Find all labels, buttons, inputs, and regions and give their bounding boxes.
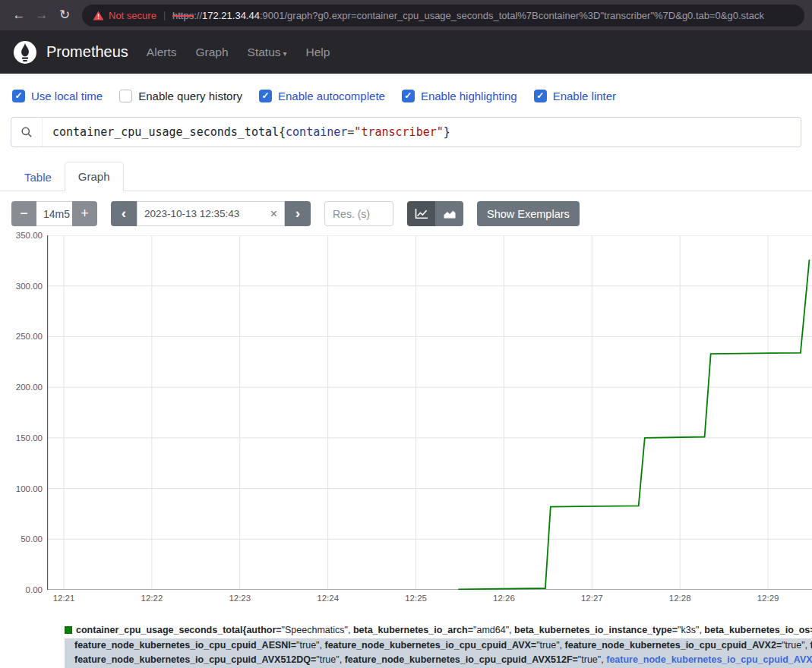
option-enable-query-history[interactable]: Enable query history	[119, 90, 242, 102]
legend: container_cpu_usage_seconds_total{author…	[65, 623, 812, 668]
options-bar: ✓Use local timeEnable query history✓Enab…	[0, 74, 812, 102]
tab-table[interactable]: Table	[11, 163, 65, 191]
x-tick-label: 12:22	[141, 594, 163, 603]
datetime-value: 2023-10-13 12:35:43	[144, 208, 270, 219]
datetime-next-button[interactable]: ›	[285, 201, 311, 226]
option-enable-autocomplete[interactable]: ✓Enable autocomplete	[259, 90, 385, 102]
query-token: container	[286, 125, 347, 139]
legend-line[interactable]: feature_node_kubernetes_io_cpu_cpuid_AES…	[65, 638, 812, 654]
query-prepend	[11, 118, 43, 147]
checkbox-checked-icon[interactable]: ✓	[259, 90, 272, 102]
x-tick-label: 12:27	[581, 594, 603, 603]
cpu-usage-chart[interactable]	[47, 235, 812, 590]
url-divider: |	[163, 10, 166, 20]
nav-item-status[interactable]: Status▾	[248, 46, 287, 59]
legend-line[interactable]: container_cpu_usage_seconds_total{author…	[65, 623, 812, 638]
checkbox-checked-icon[interactable]: ✓	[402, 90, 415, 102]
option-enable-highlighting[interactable]: ✓Enable highlighting	[402, 90, 517, 102]
legend-token: "true",	[578, 654, 606, 665]
option-use-local-time[interactable]: ✓Use local time	[12, 90, 103, 102]
url-separator: ://	[194, 10, 202, 21]
y-tick-label: 150.00	[0, 433, 43, 443]
legend-token: container_cpu_usage_seconds_total{author…	[76, 625, 282, 635]
legend-token: beta_kubernetes_io_os=	[704, 625, 812, 635]
nav-item-graph[interactable]: Graph	[195, 46, 228, 59]
legend-token: feature_node_kubernetes_io_cpu_cpuid_AVX…	[74, 654, 316, 665]
option-label: Use local time	[31, 90, 103, 102]
datetime-controls: ‹ 2023-10-13 12:35:43 × ›	[111, 201, 311, 226]
brand-title[interactable]: Prometheus	[46, 43, 128, 61]
x-tick-label: 12:21	[53, 594, 75, 603]
option-enable-linter[interactable]: ✓Enable linter	[534, 90, 616, 102]
legend-token: beta_kubernetes_io_arch=	[353, 625, 473, 635]
duration-increase-button[interactable]: +	[72, 201, 97, 226]
datetime-input[interactable]: 2023-10-13 12:35:43 ×	[137, 201, 285, 226]
browser-forward-button[interactable]: →	[30, 4, 53, 27]
browser-back-button[interactable]: ←	[8, 4, 30, 27]
warning-icon	[93, 11, 104, 20]
legend-token: beta_kubernetes_io_instance_type=	[514, 625, 678, 635]
nav-item-help[interactable]: Help	[306, 46, 330, 59]
query-token: =	[347, 125, 354, 139]
line-chart-toggle[interactable]	[407, 201, 435, 226]
prometheus-navbar: Prometheus AlertsGraphStatus▾Help	[0, 30, 812, 74]
option-label: Enable linter	[553, 90, 616, 102]
checkbox-unchecked-icon[interactable]	[119, 90, 132, 102]
series-swatch[interactable]	[65, 626, 72, 634]
duration-controls: − +	[11, 201, 97, 226]
query-token: {	[279, 125, 286, 139]
search-icon	[21, 126, 33, 138]
legend-token: "true",	[316, 654, 344, 665]
datetime-prev-button[interactable]: ‹	[111, 201, 137, 226]
option-label: Enable highlighting	[421, 90, 517, 102]
prometheus-logo-icon[interactable]	[13, 40, 37, 65]
legend-line[interactable]: feature_node_kubernetes_io_cpu_cpuid_AVX…	[65, 653, 812, 668]
query-input[interactable]: container_cpu_usage_seconds_total{contai…	[43, 118, 801, 147]
option-label: Enable query history	[138, 90, 242, 102]
checkbox-checked-icon[interactable]: ✓	[12, 90, 25, 102]
nav-item-alerts[interactable]: Alerts	[147, 46, 177, 59]
x-tick-label: 12:25	[405, 594, 427, 603]
y-tick-label: 0.00	[0, 585, 43, 594]
y-tick-label: 300.00	[0, 282, 43, 291]
duration-decrease-button[interactable]: −	[11, 201, 36, 226]
x-tick-label: 12:26	[493, 594, 515, 603]
line-chart-icon	[415, 208, 428, 219]
y-tick-label: 250.00	[0, 332, 43, 341]
query-token: "transcriber"	[354, 125, 443, 139]
browser-toolbar: ← → ↻ Not secure | https://172.21.34.44:…	[0, 0, 812, 30]
legend-token: "amd64",	[473, 625, 514, 635]
query-token: container_cpu_usage_seconds_total	[52, 125, 279, 139]
graph-controls: − + ‹ 2023-10-13 12:35:43 × › Show Exemp…	[11, 201, 812, 226]
chevron-down-icon: ▾	[283, 49, 287, 58]
x-tick-label: 12:24	[317, 594, 339, 603]
legend-token: feature_node_kubernetes_io_cpu_cpuid_AVX…	[565, 640, 782, 651]
legend-token: "true",	[782, 640, 810, 651]
tabs-row: TableGraph	[0, 162, 812, 191]
option-label: Enable autocomplete	[278, 90, 385, 102]
resolution-input[interactable]	[324, 201, 393, 226]
legend-token: "Speechmatics",	[282, 625, 353, 635]
url-text: https://172.21.34.44:9001/graph?g0.expr=…	[172, 10, 764, 21]
browser-reload-button[interactable]: ↻	[53, 4, 76, 27]
stacked-chart-toggle[interactable]	[435, 201, 463, 226]
y-tick-label: 50.00	[0, 534, 43, 544]
checkbox-checked-icon[interactable]: ✓	[534, 90, 547, 102]
y-tick-label: 100.00	[0, 484, 43, 493]
tab-graph[interactable]: Graph	[65, 162, 124, 191]
query-token: }	[444, 125, 450, 139]
y-tick-label: 200.00	[0, 383, 43, 392]
query-bar: container_cpu_usage_seconds_total{contai…	[11, 117, 801, 147]
url-scheme: https	[172, 10, 194, 21]
address-bar[interactable]: Not secure | https://172.21.34.44:9001/g…	[82, 5, 804, 27]
legend-token: feature_node_kubernetes_io_cpu_cpuid_AVX…	[606, 654, 812, 665]
duration-input[interactable]	[36, 201, 72, 226]
legend-token: feature_node_kubernetes_io_cpu_cpuid_AES…	[74, 640, 296, 651]
url-host: 172.21.34.44	[202, 10, 260, 21]
legend-token: "k3s",	[678, 625, 704, 635]
not-secure-label: Not secure	[109, 10, 156, 21]
show-exemplars-button[interactable]: Show Exemplars	[477, 201, 580, 226]
x-tick-label: 12:29	[757, 594, 779, 603]
datetime-clear-icon[interactable]: ×	[270, 207, 277, 221]
x-tick-label: 12:23	[229, 594, 251, 603]
